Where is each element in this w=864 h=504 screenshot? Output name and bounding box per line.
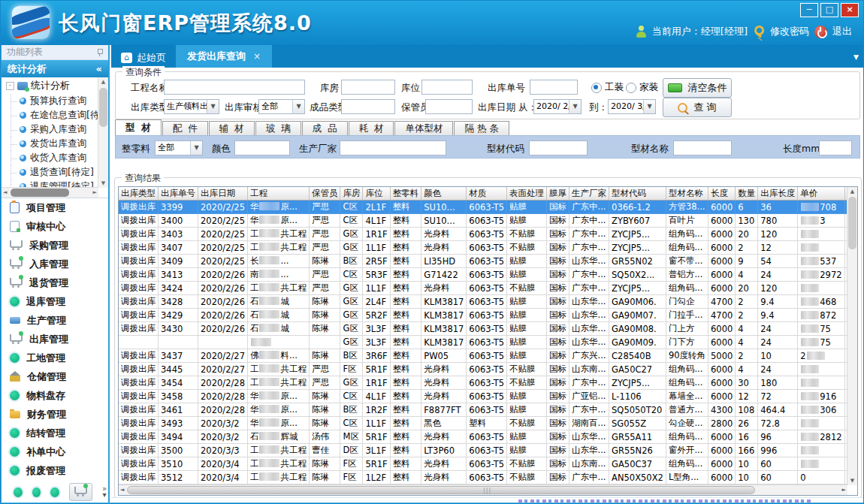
table-row[interactable]: 调拨出库34582020/2/28华原...陈琳C区4L1F整料光身料6063-…: [119, 390, 847, 403]
col-type[interactable]: 出库类型: [119, 187, 159, 201]
material-tab-5[interactable]: 耗 材: [349, 121, 394, 135]
col-mat[interactable]: 材质: [467, 187, 507, 201]
tree-item-2[interactable]: 采购入库查询: [2, 122, 108, 137]
table-row[interactable]: 调拨出库34032020/2/25工共工程严思G区1R1F整料光身料6063-T…: [119, 228, 847, 241]
outbound-audit-select[interactable]: 全部▼: [258, 99, 305, 114]
table-row[interactable]: 调拨出库34092020/2/25长...陈琳B区2R5F整料LI35HD606…: [119, 255, 847, 268]
table-row[interactable]: 调拨出库34542020/2/28工共工程严思G区1R1F整料光身料6063-T…: [119, 376, 847, 390]
search-button[interactable]: 查 询: [663, 98, 732, 117]
table-row[interactable]: 调拨出库34072020/2/25工共工程严思G区1L1F整料光身料6063-T…: [119, 241, 847, 255]
material-tab-2[interactable]: 辅 材: [209, 121, 255, 135]
col-qty[interactable]: 数量: [736, 187, 758, 201]
pin-icon[interactable]: [96, 48, 103, 56]
tree-item-0[interactable]: 预算执行查询: [2, 94, 108, 108]
table-row[interactable]: 调拨出库33992020/2/25华原...严思C区2L1F整料SU10...6…: [119, 201, 847, 214]
project-name-input[interactable]: [164, 80, 305, 95]
sidebar-item-9[interactable]: 仓储管理: [2, 367, 108, 386]
table-row[interactable]: 调拨出库34372020/2/27佛料...陈琳B区3R6F整料PW056063…: [119, 349, 847, 363]
material-tab-4[interactable]: 成 品: [302, 121, 348, 135]
footer-module-icon[interactable]: [32, 487, 41, 497]
sidebar-item-11[interactable]: 财务管理: [2, 405, 108, 424]
order-no-input[interactable]: [530, 80, 578, 95]
table-row[interactable]: 调拨出库34932020/3/2华原...陈琳C区1L1F整料黑色塑料不贴膜国标…: [119, 417, 847, 430]
sidebar-item-6[interactable]: 生产管理: [2, 311, 108, 330]
sidebar-item-3[interactable]: 入库管理: [2, 255, 108, 273]
table-row[interactable]: 调拨出库34302020/2/26石城陈琳G区3L3F整料KLM38176063…: [119, 322, 847, 336]
col-no[interactable]: 出库单号: [159, 187, 198, 201]
col-film[interactable]: 膜厚: [547, 187, 569, 201]
profile-code-input[interactable]: [529, 140, 588, 155]
tree-horizontal-scrollbar[interactable]: ◄►: [2, 187, 98, 198]
date-to-picker[interactable]: 2020/ 3/16▼: [608, 99, 656, 114]
whole-piece-select[interactable]: 全部▼: [155, 140, 203, 155]
tab-close-icon[interactable]: ×: [253, 51, 261, 62]
col-proj[interactable]: 工程: [247, 187, 309, 201]
tab-home[interactable]: ⌂ 起始页: [111, 47, 176, 68]
tree-item-5[interactable]: 退货查询[待定]: [2, 165, 108, 180]
col-color[interactable]: 颜色: [421, 187, 467, 201]
material-tab-7[interactable]: 隔 热 条: [454, 121, 509, 135]
table-row[interactable]: 调拨出库34242020/2/26工共工程严思G区1L1F整料光身料6063-T…: [119, 282, 847, 295]
material-tab-0[interactable]: 型 材: [115, 119, 162, 135]
table-row[interactable]: 调拨出库35002020/3/3工共工程曹佳D区3L1F整料LT3P606063…: [119, 444, 847, 457]
date-from-picker[interactable]: 2020/ 2/16▼: [533, 99, 582, 114]
tree-vertical-scrollbar[interactable]: ▲▼: [98, 77, 108, 188]
sidebar-item-10[interactable]: 物料盘存: [2, 386, 108, 405]
tree-item-3[interactable]: 发货出库查询: [2, 137, 108, 151]
change-password-link[interactable]: 修改密码: [770, 25, 809, 38]
table-row[interactable]: 调拨出库35102020/3/4工共工程陈琳F区5R1F整料光身料6063-T5…: [119, 457, 847, 471]
sidebar-item-0[interactable]: 项目管理: [2, 198, 108, 217]
product-type-input[interactable]: [341, 99, 395, 114]
col-wh[interactable]: 库房: [340, 187, 363, 201]
radio-industrial[interactable]: 工装: [591, 81, 624, 94]
menu-overflow-button[interactable]: »▾: [102, 486, 107, 498]
logout-link[interactable]: 退出: [832, 25, 852, 38]
col-code[interactable]: 型材代码: [609, 187, 666, 201]
minimize-button[interactable]: ─: [800, 3, 818, 17]
table-row[interactable]: 调拨出库34292020/2/26石城陈琳G区5R2F整料KLM38176063…: [119, 309, 847, 322]
collapse-icon[interactable]: «: [96, 60, 102, 77]
tree-item-1[interactable]: 在途信息查询[待定]: [2, 108, 108, 122]
col-len[interactable]: 长度: [708, 187, 736, 201]
col-price[interactable]: 单价: [798, 187, 844, 201]
footer-module-icon[interactable]: [14, 487, 23, 497]
col-keeper[interactable]: 保管员: [309, 187, 340, 201]
sidebar-item-7[interactable]: 出库管理: [2, 330, 108, 349]
keeper-input[interactable]: [425, 99, 473, 114]
table-row[interactable]: 调拨出库35122020/3/4工共工程陈琳F区1L2F整料光身料6063-T5…: [119, 471, 847, 484]
col-loc[interactable]: 库位: [363, 187, 390, 201]
table-row[interactable]: 调拨出库34452020/2/27工共工程严思F区5R1F整料光身料6063-T…: [119, 363, 847, 376]
col-name[interactable]: 型材名称: [666, 187, 708, 201]
sidebar-item-14[interactable]: 报废管理: [2, 461, 108, 480]
col-outlen[interactable]: 出库长度: [758, 187, 798, 201]
radio-home[interactable]: 家装: [626, 81, 658, 94]
material-tab-6[interactable]: 单体型材: [394, 121, 453, 135]
sidebar-item-8[interactable]: 工地管理: [2, 349, 108, 367]
sidebar-item-1[interactable]: 审核中心: [2, 217, 108, 236]
manufacturer-input[interactable]: [340, 140, 446, 155]
location-input[interactable]: [421, 80, 473, 95]
color-input[interactable]: [234, 140, 290, 155]
length-input[interactable]: [819, 140, 852, 155]
material-tab-3[interactable]: 玻 璃: [255, 121, 301, 135]
results-horizontal-scrollbar[interactable]: ◄|||►: [119, 484, 847, 495]
sidebar-item-2[interactable]: 采购管理: [2, 236, 108, 255]
tab-shipment-query[interactable]: 发货出库查询 ×: [176, 45, 272, 68]
close-button[interactable]: ×: [841, 3, 859, 17]
material-tab-1[interactable]: 配 件: [162, 121, 208, 135]
col-mfr[interactable]: 生产厂家: [569, 187, 609, 201]
table-row[interactable]: G区3L3F整料KLM38176063-T5贴膜国标山东华...GA90M09.…: [119, 336, 847, 349]
profile-name-input[interactable]: [673, 140, 732, 155]
table-row[interactable]: 调拨出库34282020/2/26石城陈琳G区2L4F整料KLM38176063…: [119, 295, 847, 309]
sidebar-item-12[interactable]: 结转管理: [2, 424, 108, 442]
table-row[interactable]: 调拨出库34002020/2/25华原...严思C区4L1F整料SU10...6…: [119, 214, 847, 228]
table-row[interactable]: 调拨出库34132020/2/26南...严思C区5R3F整料G71422606…: [119, 268, 847, 282]
footer-cart-button[interactable]: [69, 483, 92, 501]
col-whole[interactable]: 整零料: [390, 187, 421, 201]
tree-item-4[interactable]: 收货入库查询: [2, 151, 108, 165]
outbound-type-select[interactable]: 生产领料出库▼: [164, 99, 219, 114]
tab-list-dropdown-icon[interactable]: ▼: [853, 53, 859, 61]
tree-root-node[interactable]: - 统计分析: [2, 77, 108, 94]
results-vertical-scrollbar[interactable]: ▲▼: [847, 187, 857, 485]
col-date[interactable]: 出库日期: [198, 187, 248, 201]
